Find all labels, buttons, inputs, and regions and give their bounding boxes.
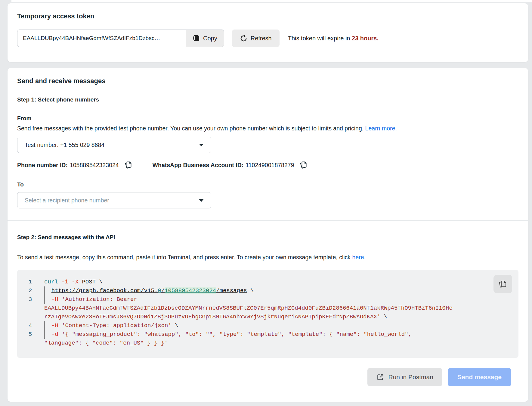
code-line-number: 4 bbox=[17, 321, 44, 330]
token-expiry-text: This token will expire in 23 hours. bbox=[288, 35, 379, 42]
messages-card-title: Send and receive messages bbox=[17, 77, 518, 85]
copy-icon bbox=[193, 34, 200, 42]
code-line-content: -H 'Authorization: Bearer bbox=[45, 295, 137, 304]
code-lines: 1curl -i -X POST \2 https://graph.facebo… bbox=[17, 278, 512, 348]
step2-heading: Step 2: Send messages with the API bbox=[17, 234, 518, 241]
code-row: 4 -H 'Content-Type: application/json' \ bbox=[17, 321, 512, 330]
to-phone-dropdown[interactable]: Select a recipient phone number bbox=[17, 192, 211, 208]
from-phone-dropdown-value: Test number: +1 555 029 8684 bbox=[25, 142, 104, 148]
send-receive-messages-card: Send and receive messages Step 1: Select… bbox=[8, 68, 528, 402]
run-in-postman-button[interactable]: Run in Postman bbox=[367, 368, 442, 386]
code-row: 3 -H 'Authorization: Bearer bbox=[17, 295, 512, 304]
copy-waba-id-button[interactable] bbox=[299, 161, 307, 169]
code-line-content: rzATgevOsWxe23HoTEJmsJ86VQ7DDNd1ZBj3OPuz… bbox=[44, 313, 387, 321]
copy-icon bbox=[498, 279, 508, 289]
access-token-input[interactable] bbox=[17, 30, 186, 47]
waba-id-value: 110249001878279 bbox=[246, 162, 294, 169]
code-row: "language": { "code": "en_US" } } }' bbox=[17, 339, 512, 348]
code-line-content: EAALLDUBpy44BAHNfaeGdmfWfSZAdIFzb1DzbscO… bbox=[44, 304, 453, 313]
code-line-content: curl -i -X POST \ bbox=[44, 278, 103, 286]
copy-button-label: Copy bbox=[203, 35, 217, 42]
copy-code-button[interactable] bbox=[493, 275, 512, 293]
from-label: From bbox=[17, 115, 518, 122]
code-row: EAALLDUBpy44BAHNfaeGdmfWfSZAdIFzb1DzbscO… bbox=[17, 304, 512, 313]
copy-token-button[interactable]: Copy bbox=[186, 30, 224, 47]
code-line-number: 3 bbox=[17, 295, 44, 304]
run-in-postman-label: Run in Postman bbox=[388, 373, 433, 381]
refresh-icon bbox=[240, 35, 247, 42]
token-card-title: Temporary access token bbox=[17, 12, 518, 20]
curl-code-block: 1curl -i -X POST \2 https://graph.facebo… bbox=[17, 270, 518, 358]
external-link-icon bbox=[376, 373, 384, 381]
phone-number-id-value: 105889542323024 bbox=[70, 162, 119, 169]
code-line-number: 2 bbox=[17, 286, 44, 295]
token-input-group: Copy bbox=[17, 30, 224, 47]
step1-heading: Step 1: Select phone numbers bbox=[17, 96, 518, 103]
code-line-content: -H 'Content-Type: application/json' \ bbox=[45, 321, 178, 330]
code-line-content: https://graph.facebook.com/v15.0/1058895… bbox=[45, 286, 254, 295]
code-row: rzATgevOsWxe23HoTEJmsJ86VQ7DDNd1ZBj3OPuz… bbox=[17, 313, 512, 321]
from-description: Send free messages with the provided tes… bbox=[17, 124, 518, 133]
to-label: To bbox=[17, 181, 518, 188]
actions-row: Run in Postman Send message bbox=[17, 368, 518, 386]
ids-row: Phone number ID: 105889542323024 WhatsAp… bbox=[17, 161, 518, 169]
code-line-number: 5 bbox=[17, 330, 44, 339]
token-row: Copy Refresh This token will expire in 2… bbox=[17, 30, 518, 47]
code-row: 1curl -i -X POST \ bbox=[17, 278, 512, 286]
copy-phone-number-id-button[interactable] bbox=[124, 161, 132, 169]
from-phone-dropdown[interactable]: Test number: +1 555 029 8684 bbox=[17, 137, 211, 153]
section-divider bbox=[8, 220, 528, 221]
step2-description: To send a test message, copy this comman… bbox=[17, 254, 518, 261]
refresh-token-button[interactable]: Refresh bbox=[232, 30, 280, 47]
send-message-button[interactable]: Send message bbox=[448, 368, 511, 386]
copy-icon bbox=[299, 161, 307, 169]
token-expiry-value: 23 hours. bbox=[352, 35, 379, 42]
temporary-access-token-card: Temporary access token Copy bbox=[8, 3, 528, 62]
phone-number-id-label: Phone number ID: bbox=[17, 162, 68, 169]
code-line-number bbox=[17, 304, 44, 313]
code-row: 5 -d '{ "messaging_product": "whatsapp",… bbox=[17, 330, 512, 339]
here-link[interactable]: here. bbox=[352, 254, 366, 261]
copy-icon bbox=[124, 161, 132, 169]
code-line-content: -d '{ "messaging_product": "whatsapp", "… bbox=[45, 330, 412, 339]
previous-card-edge bbox=[11, 0, 532, 2]
chevron-down-icon bbox=[199, 144, 204, 146]
code-line-number bbox=[17, 313, 44, 321]
waba-id-label: WhatsApp Business Account ID: bbox=[153, 162, 244, 169]
code-line-number: 1 bbox=[17, 278, 44, 286]
code-row: 2 https://graph.facebook.com/v15.0/10588… bbox=[17, 286, 512, 295]
to-phone-dropdown-placeholder: Select a recipient phone number bbox=[25, 197, 109, 204]
code-line-content: "language": { "code": "en_US" } } }' bbox=[44, 339, 168, 348]
refresh-button-label: Refresh bbox=[251, 35, 272, 42]
learn-more-link[interactable]: Learn more. bbox=[365, 125, 397, 132]
chevron-down-icon bbox=[199, 199, 204, 202]
code-line-number bbox=[17, 339, 44, 348]
